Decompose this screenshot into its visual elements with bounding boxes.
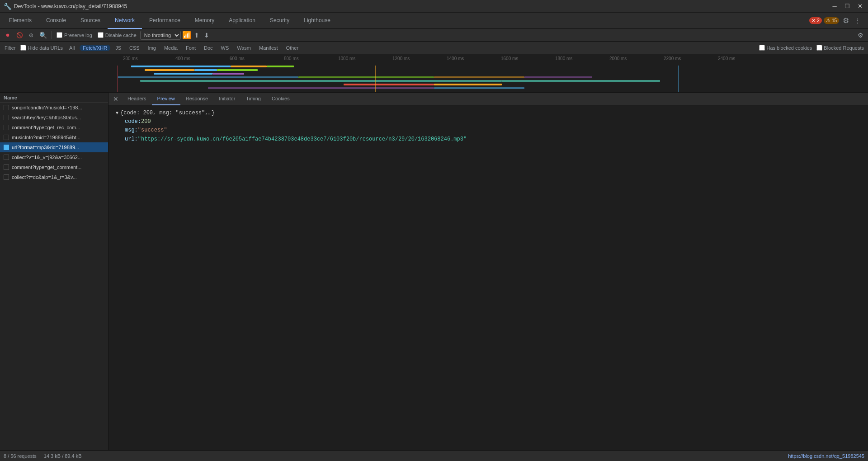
error-badge: ✕ 2 xyxy=(809,17,822,24)
export-icon[interactable]: ⬇ xyxy=(203,31,211,39)
preview-panel: ✕ Headers Preview Response Initiator Tim… xyxy=(108,93,868,450)
filter-img[interactable]: Img xyxy=(145,45,159,51)
more-options-icon[interactable]: ⋮ xyxy=(853,16,863,26)
tab-sources[interactable]: Sources xyxy=(73,13,108,29)
json-code-key: code: xyxy=(125,118,141,126)
json-msg-key: msg: xyxy=(125,126,138,135)
json-code-value: 200 xyxy=(141,118,151,126)
tick-2200ms: 2200 ms xyxy=(664,56,681,61)
throttle-select[interactable]: No throttling Fast 3G Slow 3G Offline xyxy=(140,31,181,40)
status-left: 8 / 56 requests 14.3 kB / 89.4 kB xyxy=(4,453,82,459)
request-name-3: comment?type=get_rec_com... xyxy=(12,125,104,130)
blocked-cookies-input[interactable] xyxy=(759,45,765,51)
request-checkbox-5[interactable] xyxy=(4,145,9,150)
request-name-2: searchKey?key=&httpsStatus... xyxy=(12,115,104,120)
tick-2400ms: 2400 ms xyxy=(718,56,735,61)
name-column-header: Name xyxy=(4,95,17,100)
request-checkbox-1[interactable] xyxy=(4,105,9,110)
request-item-2[interactable]: searchKey?key=&httpsStatus... xyxy=(0,113,108,122)
request-item-1[interactable]: songinfoandlrc?musicId=7198... xyxy=(0,103,108,113)
settings-icon[interactable]: ⚙ xyxy=(841,16,851,26)
request-checkbox-7[interactable] xyxy=(4,165,9,170)
json-body: code: 200 msg: "success" url: "https://s… xyxy=(116,118,861,144)
json-msg-value: "success" xyxy=(138,126,167,135)
more-network-options[interactable]: ⚙ xyxy=(855,30,865,40)
tab-security[interactable]: Security xyxy=(263,13,297,29)
tab-performance[interactable]: Performance xyxy=(142,13,188,29)
filter-other[interactable]: Other xyxy=(283,45,302,51)
preview-tab-cookies[interactable]: Cookies xyxy=(266,93,295,105)
request-list-header: Name xyxy=(0,93,108,103)
json-msg-row: msg: "success" xyxy=(125,126,861,135)
tab-elements[interactable]: Elements xyxy=(2,13,39,29)
import-icon[interactable]: ⬆ xyxy=(193,31,201,39)
wifi-icon[interactable]: 📶 xyxy=(183,31,191,39)
filter-wasm[interactable]: Wasm xyxy=(234,45,254,51)
preview-tab-response[interactable]: Response xyxy=(180,93,214,105)
blocked-requests-input[interactable] xyxy=(816,45,822,51)
network-toolbar: ⏺ 🚫 ⊘ 🔍 Preserve log Disable cache No th… xyxy=(0,29,868,42)
preserve-log-label: Preserve log xyxy=(64,33,92,38)
hide-data-urls-checkbox[interactable]: Hide data URLs xyxy=(19,45,64,51)
close-preview-button[interactable]: ✕ xyxy=(111,94,120,103)
filter-media[interactable]: Media xyxy=(161,45,181,51)
timeline-tracks[interactable] xyxy=(108,63,868,92)
tab-network[interactable]: Network xyxy=(108,13,142,29)
request-item-4[interactable]: musicInfo?mid=71988945&ht... xyxy=(0,132,108,142)
disable-cache-checkbox[interactable]: Disable cache xyxy=(96,32,138,38)
request-checkbox-2[interactable] xyxy=(4,115,9,120)
minimize-button[interactable]: ─ xyxy=(830,2,839,11)
tab-memory[interactable]: Memory xyxy=(188,13,222,29)
preview-tab-initiator[interactable]: Initiator xyxy=(213,93,241,105)
hide-data-urls-input[interactable] xyxy=(20,45,26,51)
main-content: Name songinfoandlrc?musicId=7198... sear… xyxy=(0,93,868,450)
tab-lighthouse[interactable]: Lighthouse xyxy=(297,13,338,29)
maximize-button[interactable]: ☐ xyxy=(843,2,852,11)
timeline-area: 200 ms 400 ms 600 ms 800 ms 1000 ms 1200… xyxy=(0,54,868,93)
search-icon[interactable]: 🔍 xyxy=(38,30,48,40)
clear-button[interactable]: 🚫 xyxy=(14,30,24,40)
request-name-1: songinfoandlrc?musicId=7198... xyxy=(12,105,104,110)
filter-icon[interactable]: ⊘ xyxy=(26,30,36,40)
filter-doc[interactable]: Doc xyxy=(201,45,216,51)
preserve-log-checkbox[interactable]: Preserve log xyxy=(55,32,94,38)
record-button[interactable]: ⏺ xyxy=(3,30,13,40)
filter-font[interactable]: Font xyxy=(183,45,199,51)
blocked-cookies-label: Has blocked cookies xyxy=(766,45,812,51)
tick-200ms: 200 ms xyxy=(123,56,138,61)
filter-manifest[interactable]: Manifest xyxy=(256,45,281,51)
blocked-requests-checkbox[interactable]: Blocked Requests xyxy=(815,45,865,51)
request-checkbox-6[interactable] xyxy=(4,155,9,160)
filter-bar: Filter Hide data URLs All Fetch/XHR JS C… xyxy=(0,42,868,54)
filter-ws[interactable]: WS xyxy=(218,45,232,51)
disable-cache-input[interactable] xyxy=(98,32,104,38)
filter-css[interactable]: CSS xyxy=(126,45,143,51)
request-item-5[interactable]: url?format=mp3&rid=719889... xyxy=(0,142,108,152)
hide-data-urls-label: Hide data URLs xyxy=(28,45,63,51)
blocked-cookies-checkbox[interactable]: Has blocked cookies xyxy=(758,45,813,51)
title-bar: 🔧 DevTools - www.kuwo.cn/play_detail/719… xyxy=(0,0,868,13)
filter-all[interactable]: All xyxy=(66,45,78,51)
request-checkbox-3[interactable] xyxy=(4,125,9,130)
filter-fetch-xhr[interactable]: Fetch/XHR xyxy=(80,45,110,51)
filter-js[interactable]: JS xyxy=(112,45,124,51)
collapse-triangle[interactable]: ▼ xyxy=(116,110,118,117)
close-button[interactable]: ✕ xyxy=(855,2,864,11)
request-item-6[interactable]: collect?v=1&_v=j92&a=30662... xyxy=(0,152,108,162)
preview-tab-preview[interactable]: Preview xyxy=(152,93,180,105)
tab-application[interactable]: Application xyxy=(222,13,263,29)
request-item-8[interactable]: collect?t=dc&aip=1&_r=3&v... xyxy=(0,172,108,182)
json-code-row: code: 200 xyxy=(125,118,861,126)
preview-tab-timing[interactable]: Timing xyxy=(241,93,266,105)
request-list: Name songinfoandlrc?musicId=7198... sear… xyxy=(0,93,108,450)
request-item-3[interactable]: comment?type=get_rec_com... xyxy=(0,122,108,132)
preserve-log-input[interactable] xyxy=(57,32,62,38)
preview-tab-headers[interactable]: Headers xyxy=(122,93,152,105)
json-root-row[interactable]: ▼ {code: 200, msg: "success",…} xyxy=(116,109,861,118)
request-checkbox-4[interactable] xyxy=(4,135,9,140)
tab-console[interactable]: Console xyxy=(39,13,73,29)
request-item-7[interactable]: comment?type=get_comment... xyxy=(0,162,108,172)
request-checkbox-8[interactable] xyxy=(4,174,9,180)
main-tab-bar: Elements Console Sources Network Perform… xyxy=(0,13,868,29)
filter-label: Filter xyxy=(3,45,17,51)
